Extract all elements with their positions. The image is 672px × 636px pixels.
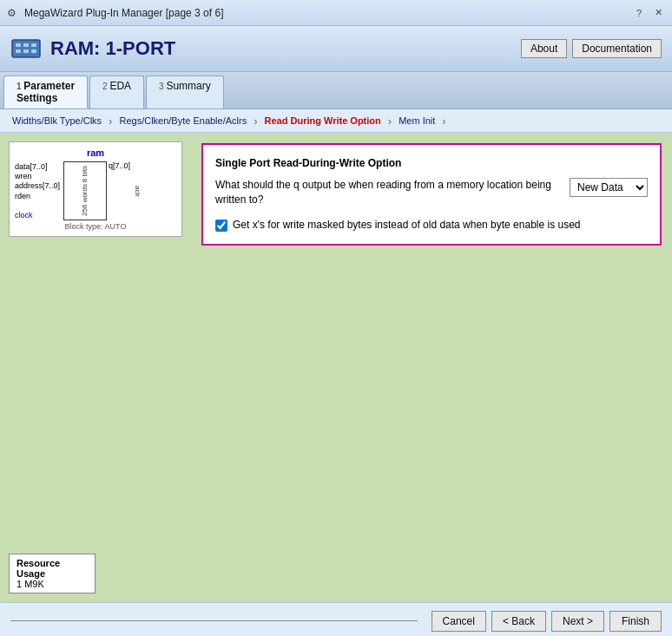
title-bar-text: MegaWizard Plug-In Manager [page 3 of 6]	[24, 7, 632, 19]
port-empty	[15, 201, 60, 210]
byte-enable-label: Get x's for write masked bytes instead o…	[233, 218, 581, 233]
checkbox-row: Get x's for write masked bytes instead o…	[215, 218, 648, 233]
port-data: data[7..0]	[15, 162, 60, 171]
app-title: RAM: 1-PORT	[50, 37, 175, 60]
port-wren: wren	[15, 172, 60, 180]
finish-button[interactable]: Finish	[609, 611, 662, 632]
svg-rect-1	[16, 43, 21, 47]
title-bar-controls: ? ✕	[632, 6, 665, 20]
footer-separator	[10, 620, 418, 621]
help-button[interactable]: ?	[632, 6, 646, 20]
resource-title: Resource Usage	[16, 558, 88, 579]
option-box: Single Port Read-During-Write Option Wha…	[201, 143, 662, 246]
tab-bar: 1 ParameterSettings 2 EDA 3 Summary	[0, 72, 672, 109]
svg-rect-4	[16, 49, 21, 53]
svg-rect-0	[12, 40, 40, 57]
breadcrumb: Widths/Blk Type/Clks › Regs/Clken/Byte E…	[0, 109, 672, 133]
svg-rect-5	[23, 49, 29, 53]
block-type-label: Block type: AUTO	[15, 222, 176, 231]
breadcrumb-widths[interactable]: Widths/Blk Type/Clks	[5, 113, 109, 128]
back-button[interactable]: < Back	[491, 611, 546, 632]
svg-rect-3	[31, 43, 36, 47]
tab-parameter-settings[interactable]: 1 ParameterSettings	[3, 75, 88, 108]
app-icon: ⚙	[7, 7, 19, 19]
diagram-bits-label: 8 bits	[81, 166, 89, 182]
right-panel: Single Port Read-During-Write Option Wha…	[191, 133, 672, 602]
svg-rect-6	[31, 49, 36, 53]
documentation-button[interactable]: Documentation	[572, 39, 662, 58]
option-question: What should the q output be when reading…	[215, 178, 648, 207]
svg-rect-2	[23, 43, 29, 47]
diagram-box: ram data[7..0] wren address[7..0] rden c…	[9, 141, 182, 237]
resource-box: Resource Usage 1 M9K	[9, 554, 96, 593]
option-question-text: What should the q output be when reading…	[215, 178, 561, 207]
port-aclr: aclr	[134, 186, 142, 197]
ram-icon	[10, 33, 42, 64]
next-button[interactable]: Next >	[551, 611, 604, 632]
app-icon-title: RAM: 1-PORT	[10, 33, 175, 64]
breadcrumb-regs[interactable]: Regs/Clken/Byte Enable/Aclrs	[112, 113, 254, 128]
breadcrumb-sep-4: ›	[442, 115, 445, 128]
footer: Cancel < Back Next > Finish	[0, 602, 672, 636]
close-button[interactable]: ✕	[651, 6, 665, 20]
breadcrumb-read-during-write[interactable]: Read During Write Option	[258, 113, 388, 128]
new-data-dropdown[interactable]: New Data Old Data Don't Care	[570, 178, 648, 197]
about-button[interactable]: About	[521, 39, 567, 58]
breadcrumb-mem-init[interactable]: Mem Init	[392, 113, 442, 128]
header-area: RAM: 1-PORT About Documentation	[0, 26, 672, 72]
header-buttons: About Documentation	[521, 39, 662, 58]
diagram-title: ram	[15, 148, 176, 158]
port-clock: clock	[15, 211, 60, 220]
option-box-title: Single Port Read-During-Write Option	[215, 157, 648, 169]
tab-eda[interactable]: 2 EDA	[89, 75, 144, 108]
port-q: q[7..0]	[109, 161, 130, 170]
diagram-words-label: 256 words	[81, 184, 89, 216]
byte-enable-checkbox[interactable]	[215, 220, 227, 232]
port-address: address[7..0]	[15, 181, 60, 190]
main-area: ram data[7..0] wren address[7..0] rden c…	[0, 133, 672, 602]
resource-value: 1 M9K	[16, 579, 88, 589]
cancel-button[interactable]: Cancel	[432, 611, 486, 632]
left-panel: ram data[7..0] wren address[7..0] rden c…	[0, 133, 191, 602]
title-bar: ⚙ MegaWizard Plug-In Manager [page 3 of …	[0, 0, 672, 26]
tab-summary[interactable]: 3 Summary	[146, 75, 224, 108]
port-rden: rden	[15, 192, 60, 200]
